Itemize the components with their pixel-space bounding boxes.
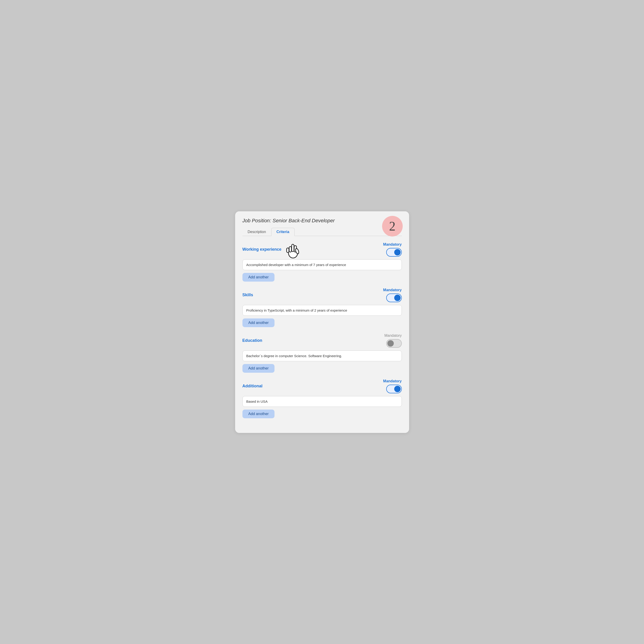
section-skills: SkillsMandatoryAdd another xyxy=(242,288,402,327)
job-label: Job Position: xyxy=(242,218,271,223)
criteria-input-skills[interactable] xyxy=(242,305,402,316)
section-label-working-experience: Working experience xyxy=(242,247,282,252)
card-header: Job Position: Senior Back-End Developer xyxy=(242,218,402,224)
input-row-additional xyxy=(242,396,402,407)
section-education: EducationMandatoryAdd another xyxy=(242,334,402,373)
tab-criteria[interactable]: Criteria xyxy=(271,228,295,236)
add-another-button-skills[interactable]: Add another xyxy=(242,318,275,327)
mandatory-label-education: Mandatory xyxy=(384,334,402,338)
criteria-input-additional[interactable] xyxy=(242,396,402,407)
section-label-additional: Additional xyxy=(242,384,263,389)
add-another-button-working-experience[interactable]: Add another xyxy=(242,273,275,282)
criteria-sections: Working experienceMandatoryAdd anotherSk… xyxy=(242,242,402,418)
job-criteria-card: Job Position: Senior Back-End Developer … xyxy=(235,211,409,433)
input-row-skills xyxy=(242,305,402,316)
section-header-education: EducationMandatory xyxy=(242,334,402,348)
section-label-education: Education xyxy=(242,338,262,343)
mandatory-label-working-experience: Mandatory xyxy=(383,242,402,247)
input-row-education xyxy=(242,351,402,361)
mandatory-label-skills: Mandatory xyxy=(383,288,402,292)
job-title-value: Senior Back-End Developer xyxy=(273,218,335,223)
section-header-working-experience: Working experienceMandatory xyxy=(242,242,402,257)
mandatory-label-additional: Mandatory xyxy=(383,379,402,383)
input-row-working-experience xyxy=(242,259,402,270)
section-working-experience: Working experienceMandatoryAdd another xyxy=(242,242,402,282)
tab-bar: Description Criteria xyxy=(242,228,402,236)
toggle-education[interactable] xyxy=(386,339,402,348)
toggle-skills[interactable] xyxy=(386,293,402,302)
add-another-button-education[interactable]: Add another xyxy=(242,364,275,373)
section-header-additional: AdditionalMandatory xyxy=(242,379,402,393)
toggle-working-experience[interactable] xyxy=(386,248,402,257)
section-header-skills: SkillsMandatory xyxy=(242,288,402,302)
section-label-skills: Skills xyxy=(242,293,253,297)
step-badge: 2 xyxy=(382,216,403,236)
add-another-button-additional[interactable]: Add another xyxy=(242,410,275,418)
tab-description[interactable]: Description xyxy=(242,228,271,236)
criteria-input-education[interactable] xyxy=(242,351,402,361)
toggle-additional[interactable] xyxy=(386,385,402,393)
section-additional: AdditionalMandatoryAdd another xyxy=(242,379,402,418)
job-position-title: Job Position: Senior Back-End Developer xyxy=(242,218,335,224)
criteria-input-working-experience[interactable] xyxy=(242,259,402,270)
